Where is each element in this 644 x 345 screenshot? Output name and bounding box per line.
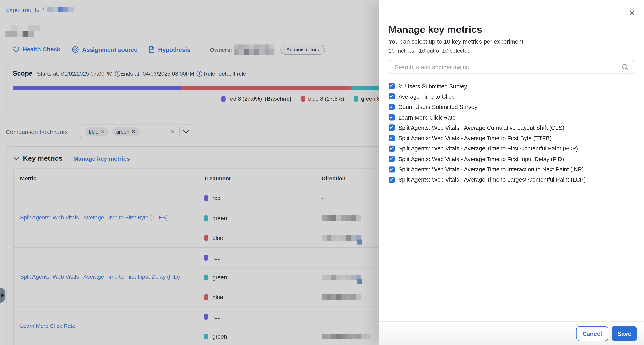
checkbox-checked[interactable]: ✓ xyxy=(388,166,395,172)
modal-subtitle: You can select up to 10 key metrics per … xyxy=(388,38,523,45)
metric-option-label: Split Agents: Web Vitals - Average Time … xyxy=(398,166,584,173)
checkbox-checked[interactable]: ✓ xyxy=(388,114,395,120)
checkbox-checked[interactable]: ✓ xyxy=(388,125,395,131)
metric-option-label: Split Agents: Web Vitals - Average Time … xyxy=(398,156,564,162)
metric-option-label: % Users Submitted Survey xyxy=(398,83,467,89)
metric-search-input[interactable] xyxy=(389,64,622,70)
metric-option-label: Learn More Click Rate xyxy=(398,114,456,121)
metric-option[interactable]: ✓Split Agents: Web Vitals - Average Time… xyxy=(388,133,586,143)
metric-search-box xyxy=(388,60,634,74)
metric-option[interactable]: ✓Split Agents: Web Vitals - Average Time… xyxy=(388,154,586,164)
metric-option-label: Split Agents: Web Vitals - Average Time … xyxy=(398,135,552,141)
metric-option[interactable]: ✓Split Agents: Web Vitals - Average Time… xyxy=(388,174,586,185)
checkbox-checked[interactable]: ✓ xyxy=(388,177,395,183)
checkbox-checked[interactable]: ✓ xyxy=(388,104,395,110)
checkbox-checked[interactable]: ✓ xyxy=(388,94,395,100)
checkbox-checked[interactable]: ✓ xyxy=(388,156,395,162)
metrics-count: 10 metrics · 10 out of 10 selected xyxy=(388,48,470,54)
close-icon[interactable]: ✕ xyxy=(628,10,636,17)
metric-option-label: Split Agents: Web Vitals - Average Time … xyxy=(398,176,586,183)
search-icon[interactable] xyxy=(622,63,629,70)
metric-option-label: Count Users Submitted Survey xyxy=(398,104,477,110)
cancel-button[interactable]: Cancel xyxy=(576,326,608,341)
metric-option[interactable]: ✓Learn More Click Rate xyxy=(388,112,586,123)
checkbox-checked[interactable]: ✓ xyxy=(388,83,395,89)
metric-option[interactable]: ✓Split Agents: Web Vitals - Average Time… xyxy=(388,143,586,154)
modal-title: Manage key metrics xyxy=(388,24,482,35)
checkbox-checked[interactable]: ✓ xyxy=(388,135,395,141)
metric-option[interactable]: ✓Average Time to Click xyxy=(388,91,586,102)
manage-key-metrics-modal: ✕ Manage key metrics You can select up t… xyxy=(379,0,644,345)
save-button[interactable]: Save xyxy=(612,326,637,341)
metric-checkbox-list: ✓% Users Submitted Survey✓Average Time t… xyxy=(388,81,586,185)
modal-footer: Cancel Save xyxy=(379,321,644,345)
metric-option[interactable]: ✓Split Agents: Web Vitals - Average Time… xyxy=(388,164,586,174)
metric-option-label: Average Time to Click xyxy=(398,93,454,100)
metric-option-label: Split Agents: Web Vitals - Average Cumul… xyxy=(398,124,564,131)
metric-option[interactable]: ✓% Users Submitted Survey xyxy=(388,81,586,91)
checkbox-checked[interactable]: ✓ xyxy=(388,146,395,152)
metric-option-label: Split Agents: Web Vitals - Average Time … xyxy=(398,145,578,152)
metric-option[interactable]: ✓Split Agents: Web Vitals - Average Cumu… xyxy=(388,123,586,133)
metric-option[interactable]: ✓Count Users Submitted Survey xyxy=(388,102,586,112)
